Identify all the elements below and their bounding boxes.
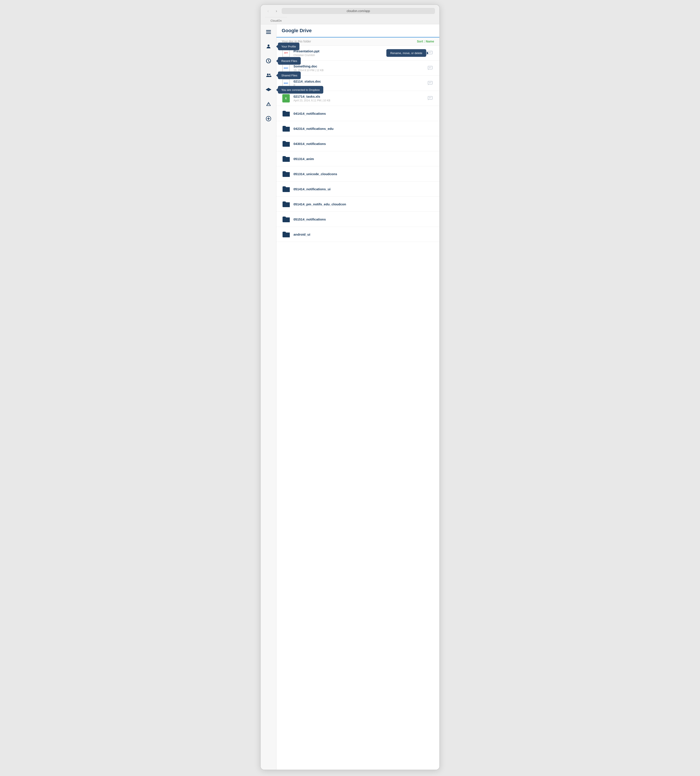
google-drive-icon: [266, 102, 272, 107]
ppt-icon: PPT: [282, 48, 290, 57]
sidebar-item-dropbox[interactable]: You are connected to Dropbox: [264, 86, 273, 94]
header: Google Drive: [277, 24, 439, 37]
browser-chrome: ‹ › cloudon.com/app CloudOn: [261, 5, 439, 24]
sort-value: Name: [426, 40, 434, 43]
main-content: Google Drive Your doc in this folder Sor…: [277, 24, 439, 769]
file-name: 041414_notifications: [293, 112, 434, 115]
profile-icon: [266, 43, 272, 49]
file-name: 051314_anim: [293, 157, 434, 161]
folder-svg: [282, 125, 290, 132]
file-name: android_ui: [293, 233, 434, 236]
svg-rect-13: [428, 97, 432, 100]
doc-icon: DOC: [282, 64, 290, 72]
file-name: 051414_notifications_ui: [293, 187, 434, 191]
list-item[interactable]: PPTPresentation.pptChristian CrumlishRen…: [277, 45, 439, 61]
folder-svg: [282, 141, 290, 147]
svg-rect-0: [266, 30, 271, 31]
list-item[interactable]: 051514_notifications: [277, 212, 439, 227]
file-name: 02114_status.doc: [293, 80, 426, 83]
folder-svg: [282, 156, 290, 162]
comment-icon[interactable]: [426, 79, 434, 87]
back-button[interactable]: ‹: [265, 8, 271, 14]
sidebar-item-profile[interactable]: Your Profile: [264, 42, 273, 51]
doc-icon-inner: DOC: [282, 64, 290, 72]
svg-rect-11: [428, 66, 432, 69]
menu-icon: [266, 29, 272, 35]
file-name: 051414_pm_notifs_edu_cloudcon: [293, 202, 434, 206]
list-item[interactable]: E021714_tasks.xlsApril 23, 2014, 6:11 PM…: [277, 91, 439, 106]
file-name: 021714_tasks.xls: [293, 95, 426, 98]
file-name: 042314_notifications_edu: [293, 127, 434, 130]
folder-icon: [282, 185, 290, 193]
xls-icon: E: [282, 94, 290, 103]
folder-icon: [282, 170, 290, 178]
svg-rect-1: [266, 32, 271, 32]
folder-svg: [282, 231, 290, 237]
forward-button[interactable]: ›: [273, 8, 280, 14]
comment-svg: [428, 81, 433, 86]
sidebar-item-shared[interactable]: Shared Files: [264, 71, 273, 80]
sidebar-item-google-drive[interactable]: [264, 100, 273, 108]
comment-icon[interactable]: [426, 64, 434, 72]
device-frame: ‹ › cloudon.com/app CloudOn: [260, 4, 440, 770]
comment-svg: [428, 65, 433, 71]
toolbar: Your doc in this folder Sort : Name: [277, 37, 439, 45]
list-item[interactable]: 051314_unicode_cloudcons: [277, 167, 439, 182]
ppt-icon-inner: PPT: [282, 49, 290, 57]
list-item[interactable]: 051414_notifications_ui: [277, 182, 439, 196]
comment-icon[interactable]: [426, 94, 434, 102]
file-name: 051514_notifications: [293, 217, 434, 221]
file-name: 051314_unicode_cloudcons: [293, 172, 434, 176]
file-meta: April 23, 2014, 6:11 PM | 10 KB: [293, 99, 426, 102]
comment-svg: [428, 96, 433, 101]
folder-icon: [282, 200, 290, 208]
doc-icon: DOC: [282, 79, 290, 88]
file-list: PPTPresentation.pptChristian CrumlishRen…: [277, 45, 439, 769]
recent-icon: [266, 58, 272, 64]
sidebar: Your Profile Recent Files Shared Files: [261, 24, 277, 769]
browser-tab[interactable]: CloudOn: [265, 17, 287, 24]
folder-svg: [282, 171, 290, 177]
folder-icon: [282, 124, 290, 133]
folder-icon: [282, 230, 290, 239]
address-bar[interactable]: cloudon.com/app: [282, 8, 435, 14]
doc-icon-inner: DOC: [282, 79, 290, 87]
list-item[interactable]: 041414_notifications: [277, 106, 439, 121]
rename-tooltip[interactable]: Rename, move, or delete: [387, 49, 426, 57]
list-item[interactable]: DOC02114_status.docB: [277, 76, 439, 91]
app-content: Your Profile Recent Files Shared Files: [261, 24, 439, 769]
list-item[interactable]: 051414_pm_notifs_edu_cloudcon: [277, 196, 439, 212]
svg-point-3: [267, 45, 269, 47]
svg-rect-12: [428, 81, 432, 84]
svg-rect-2: [266, 33, 271, 34]
dropbox-icon: [266, 87, 272, 93]
file-meta: 19, 2014 8:10 PM | 12 KB: [293, 69, 426, 72]
folder-icon: [282, 109, 290, 118]
file-meta: B: [293, 84, 426, 87]
folder-svg: [282, 216, 290, 222]
folder-icon: [282, 154, 290, 163]
svg-point-5: [267, 73, 268, 75]
list-item[interactable]: DOCSomething.doc19, 2014 8:10 PM | 12 KB: [277, 61, 439, 76]
browser-nav: ‹ › cloudon.com/app: [265, 8, 435, 14]
page-title: Google Drive: [282, 28, 434, 33]
list-item[interactable]: 042314_notifications_edu: [277, 121, 439, 136]
list-item[interactable]: android_ui: [277, 227, 439, 242]
folder-icon: [282, 139, 290, 148]
list-item[interactable]: 051314_anim: [277, 151, 439, 167]
sidebar-item-recent[interactable]: Recent Files: [264, 57, 273, 65]
sort-control[interactable]: Sort : Name: [417, 40, 434, 43]
shared-icon: [266, 72, 272, 78]
sidebar-item-add[interactable]: [264, 115, 273, 123]
search-placeholder[interactable]: Your doc in this folder: [282, 40, 311, 43]
add-icon: [266, 116, 272, 122]
file-name: Something.doc: [293, 64, 426, 68]
folder-svg: [282, 201, 290, 207]
folder-icon: [282, 215, 290, 223]
folder-svg: [282, 186, 290, 192]
list-item[interactable]: 043014_notifications: [277, 136, 439, 151]
sidebar-item-menu[interactable]: [264, 28, 273, 36]
folder-svg: [282, 110, 290, 117]
svg-rect-10: [428, 51, 432, 54]
file-name: 043014_notifications: [293, 142, 434, 146]
